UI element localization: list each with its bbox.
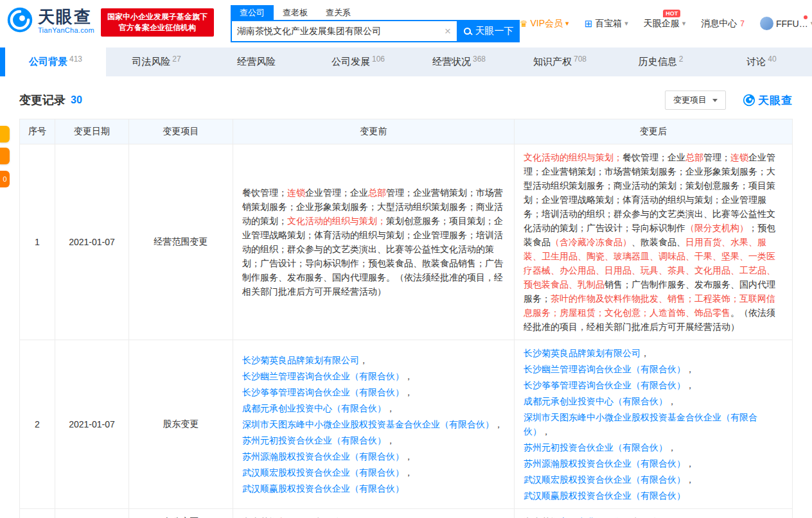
company-link[interactable]: 苏州源瀚股权投资合伙企业（有限合伙） (242, 451, 404, 462)
search-tab-company[interactable]: 查公司 (231, 5, 274, 20)
table-body: 12021-01-07经营范围变更餐饮管理；连锁企业管理；企业总部管理；企业营销… (20, 144, 793, 518)
company-link[interactable]: 武汉顺赢股权投资合伙企业（有限合伙） (524, 490, 685, 501)
search-button[interactable]: 天眼一下 (458, 20, 520, 42)
column-header: 变更项目 (129, 119, 233, 144)
tab-count: 106 (372, 55, 385, 64)
text-line: 成都元承创业投资中心（有限合伙）， (242, 401, 505, 415)
change-records-table: 序号变更日期变更项目变更前变更后 12021-01-07经营范围变更餐饮管理；连… (19, 119, 793, 518)
tab-count: 708 (574, 55, 587, 64)
plain-text: ， (685, 380, 694, 390)
column-header: 变更前 (233, 119, 515, 144)
text-line: 餐饮管理；连锁企业管理；企业总部管理；企业营销策划；市场营销策划服务；企业形象策… (242, 186, 505, 298)
company-link[interactable]: 长沙菊英良品牌策划有限公司 (242, 355, 359, 365)
tab-history-info[interactable]: 历史信息 2 (610, 47, 711, 76)
watermark-logo-icon (743, 94, 755, 107)
row-index: 2 (20, 340, 55, 509)
company-link[interactable]: 长沙筝筝管理咨询合伙企业（有限合伙） (242, 387, 404, 397)
search-area: 查公司 查老板 查关系 × 天眼一下 (231, 5, 520, 42)
company-link[interactable]: 长沙幽兰管理咨询合伙企业（有限合伙） (242, 371, 404, 381)
username: FFFU… (776, 19, 808, 29)
tab-operation-risk[interactable]: 经营风险 (207, 47, 308, 76)
toolbox-menu[interactable]: ⊞ 百宝箱 ▾ (585, 18, 628, 30)
company-link[interactable]: 长沙筝筝管理咨询合伙企业（有限合伙） (524, 380, 685, 390)
chevron-down-icon: ▾ (682, 19, 686, 28)
plain-text: 餐饮管理； (242, 187, 287, 198)
message-center-label: 消息中心 (701, 18, 737, 30)
tab-judicial-risk[interactable]: 司法风险 27 (106, 47, 207, 76)
gift-icon[interactable] (0, 126, 10, 142)
tab-intellectual-property[interactable]: 知识产权 708 (509, 47, 610, 76)
column-header: 变更后 (515, 119, 793, 144)
section-count: 30 (71, 94, 82, 106)
tab-count: 368 (473, 55, 486, 64)
user-menu[interactable]: FFFU… ▾ (760, 17, 812, 30)
gov-badge: 国家中小企业发展子基金旗下 官方备案企业征信机构 (101, 8, 214, 37)
tab-label: 经营状况 (432, 56, 471, 68)
plain-text: ， (359, 355, 368, 365)
top-menu: ♛ VIP会员 ▾ ⊞ 百宝箱 ▾ HOT 天眼企服 ▾ 消息中心7 FFFU…… (520, 17, 812, 30)
text-line: 长沙幽兰管理咨询合伙企业（有限合伙）， (524, 362, 783, 376)
clear-search-icon[interactable]: × (439, 25, 457, 38)
tianyancha-logo[interactable]: 天眼查 TianYanCha.com (6, 6, 94, 36)
tab-operation-status[interactable]: 经营状况 368 (409, 47, 509, 76)
company-link[interactable]: 成都元承创业投资中心（有限合伙） (242, 403, 386, 413)
diff-text: 文化活动的组织与策划； (287, 216, 386, 226)
company-link[interactable]: 苏州元初投资合伙企业（有限合伙） (242, 435, 386, 445)
cell-before: 长沙菊英良品牌策划有限公司，长沙幽兰管理咨询合伙企业（有限合伙），长沙筝筝管理咨… (233, 340, 515, 509)
row-index: 1 (20, 144, 55, 340)
change-date: 2021-01-07 (55, 144, 129, 340)
company-link[interactable]: 深圳市天图东峰中小微企业股权投资基金合伙企业（有限合伙） (242, 419, 494, 429)
plain-text: 企业管理；企业 (305, 187, 368, 198)
vip-member-menu[interactable]: ♛ VIP会员 ▾ (520, 18, 569, 30)
plain-text: 企业管理；企业营销策划；市场营销策划服务；企业形象策划服务；大型活动组织策划服务… (524, 152, 775, 233)
diff-text: 连锁 (287, 187, 305, 198)
company-link[interactable]: 长沙幽兰管理咨询合伙企业（有限合伙） (524, 364, 685, 374)
toolbox-label: 百宝箱 (595, 18, 622, 30)
tab-label: 公司发展 (331, 56, 370, 68)
chevron-down-icon: ▾ (565, 19, 569, 28)
float-count-badge[interactable]: 0 (0, 171, 10, 187)
crown-icon: ♛ (520, 19, 528, 29)
caret-down-icon (712, 99, 718, 102)
diff-text: 连锁 (730, 152, 748, 162)
search-tab-boss[interactable]: 查老板 (274, 5, 317, 20)
text-line: 苏州元初投资合伙企业（有限合伙）， (524, 440, 783, 454)
plain-text: ， (404, 451, 413, 462)
company-link[interactable]: 苏州元初投资合伙企业（有限合伙） (524, 442, 667, 453)
main-content: 变更记录 30 变更项目 天眼查 序号变更日期变更项目变更前变更后 12021-… (0, 91, 812, 518)
text-line: 文化活动的组织与策划；餐饮管理；企业总部管理；连锁企业管理；企业营销策划；市场营… (524, 150, 783, 334)
tab-discussion[interactable]: 讨论 40 (711, 47, 812, 76)
filter-dropdown[interactable]: 变更项目 (665, 91, 726, 110)
change-date: 2021-01-07 (55, 509, 129, 518)
text-line: 长沙菊英良品牌策划有限公司， (524, 346, 783, 360)
text-line: 长沙筝筝管理咨询合伙企业（有限合伙）， (242, 385, 505, 399)
diff-text: （限分支机构） (685, 223, 748, 233)
promo-icon[interactable] (0, 148, 10, 164)
top-header: 天眼查 TianYanCha.com 国家中小企业发展子基金旗下 官方备案企业征… (0, 0, 812, 44)
enterprise-services-menu[interactable]: HOT 天眼企服 ▾ (644, 18, 686, 30)
company-link[interactable]: 长沙菊英良品牌策划有限公司 (524, 348, 640, 358)
plain-text: ， (685, 474, 694, 485)
change-date: 2021-01-07 (55, 340, 129, 509)
text-line: 武汉顺赢股权投资合伙企业（有限合伙） (242, 481, 505, 496)
tab-count: 40 (768, 55, 776, 64)
table-row: 22021-01-07股东变更长沙菊英良品牌策划有限公司，长沙幽兰管理咨询合伙企… (20, 340, 793, 509)
tab-label: 司法风险 (132, 56, 170, 68)
search-input[interactable] (232, 26, 439, 37)
company-link[interactable]: 武汉顺宏股权投资合伙企业（有限合伙） (242, 467, 404, 478)
cell-after: 湖南茶悦文化产业发展集团有限公司 (515, 509, 793, 518)
company-link[interactable]: 深圳市天图东峰中小微企业股权投资基金合伙企业（有限合伙） (524, 412, 757, 436)
change-item: 名称变更 (129, 509, 233, 518)
search-tabs: 查公司 查老板 查关系 (231, 5, 520, 20)
search-tab-relation[interactable]: 查关系 (317, 5, 360, 20)
search-box: × (231, 20, 458, 42)
company-link[interactable]: 武汉顺赢股权投资合伙企业（有限合伙） (242, 483, 404, 494)
company-link[interactable]: 武汉顺宏股权投资合伙企业（有限合伙） (524, 474, 685, 485)
message-count: 7 (740, 19, 745, 28)
message-center-menu[interactable]: 消息中心7 (701, 18, 745, 30)
company-link[interactable]: 苏州源瀚股权投资合伙企业（有限合伙） (524, 458, 685, 469)
tab-company-development[interactable]: 公司发展 106 (308, 47, 409, 76)
cell-after: 长沙菊英良品牌策划有限公司，长沙幽兰管理咨询合伙企业（有限合伙），长沙筝筝管理咨… (515, 340, 793, 509)
company-link[interactable]: 成都元承创业投资中心（有限合伙） (524, 396, 667, 406)
tab-company-background[interactable]: 公司背景 413 (5, 47, 106, 76)
